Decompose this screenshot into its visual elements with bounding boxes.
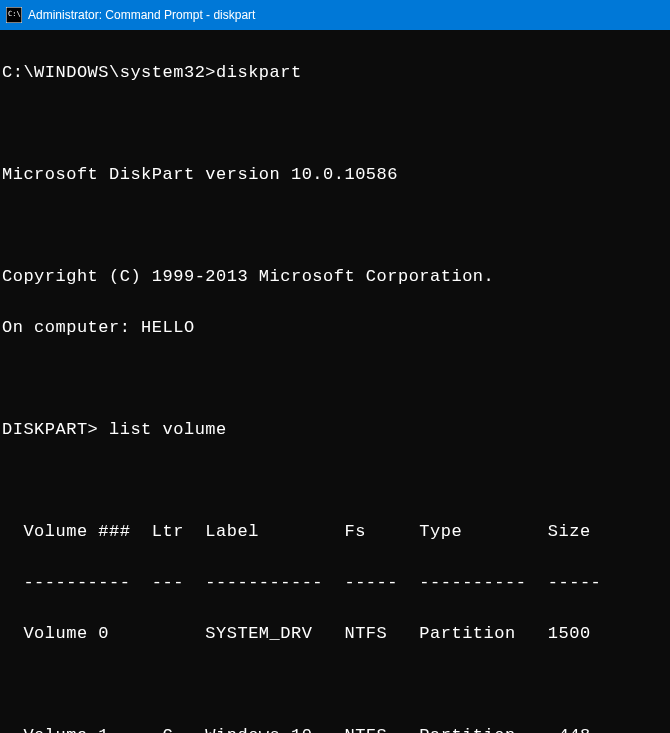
cmd-icon: C:\ [6,7,22,23]
table-row: Volume 0 SYSTEM_DRV NTFS Partition 1500 [2,621,668,647]
blank-line [2,468,668,494]
diskpart-command: DISKPART> list volume [2,417,668,443]
copyright-line: Copyright (C) 1999-2013 Microsoft Corpor… [2,264,668,290]
window-titlebar[interactable]: C:\ Administrator: Command Prompt - disk… [0,0,670,30]
svg-text:C:\: C:\ [8,10,21,18]
blank-line [2,111,668,137]
version-line: Microsoft DiskPart version 10.0.10586 [2,162,668,188]
terminal-output[interactable]: C:\WINDOWS\system32>diskpart Microsoft D… [0,30,670,733]
table-row: Volume 1 C Windows 10 NTFS Partition 448 [2,723,668,734]
table-header: Volume ### Ltr Label Fs Type Size [2,519,668,545]
window-title: Administrator: Command Prompt - diskpart [28,8,255,22]
blank-line [2,366,668,392]
blank-line [2,213,668,239]
prompt-line: C:\WINDOWS\system32>diskpart [2,60,668,86]
blank-line [2,672,668,698]
computer-line: On computer: HELLO [2,315,668,341]
table-divider: ---------- --- ----------- ----- -------… [2,570,668,596]
